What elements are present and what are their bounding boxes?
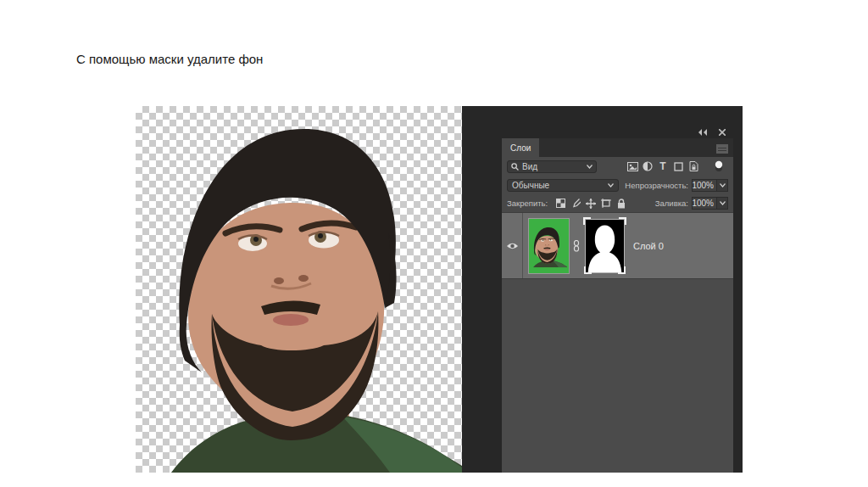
filter-pixel-layers-button[interactable]	[625, 160, 640, 173]
filter-icons-group: T	[625, 160, 728, 173]
collapse-panel-button[interactable]	[697, 128, 709, 137]
shape-icon	[674, 162, 683, 171]
filter-shape-layers-button[interactable]	[670, 160, 686, 173]
mask-link[interactable]	[570, 240, 583, 252]
filter-adjustment-layers-button[interactable]	[640, 160, 655, 173]
layers-panel: Слои Вид	[502, 126, 733, 473]
chevron-down-icon	[720, 183, 726, 188]
chevron-down-icon	[720, 201, 726, 205]
lock-label: Закрепить:	[507, 199, 548, 208]
lock-all-button[interactable]	[614, 197, 629, 210]
layer-thumbnail[interactable]	[528, 218, 570, 274]
filter-row: Вид	[502, 157, 733, 176]
fill-label: Заливка:	[655, 199, 688, 208]
checkerboard-icon	[556, 199, 565, 208]
blend-mode-select[interactable]: Обычные	[507, 179, 619, 192]
smart-object-icon	[689, 161, 698, 171]
portrait-image	[136, 106, 462, 473]
filter-toggle-switch[interactable]	[711, 160, 726, 173]
blend-row: Обычные Непрозрачность: 100%	[502, 176, 733, 194]
padlock-icon	[617, 199, 626, 209]
layer-mask-thumbnail[interactable]	[583, 217, 626, 275]
collapse-icon	[698, 129, 708, 136]
blend-mode-value: Обычные	[512, 181, 608, 190]
layers-empty-area[interactable]	[502, 279, 733, 473]
eye-icon	[506, 242, 519, 250]
lock-transparency-button[interactable]	[553, 197, 568, 210]
mask-silhouette	[586, 220, 624, 272]
filter-type-layers-button[interactable]: T	[655, 160, 670, 173]
lock-artboard-button[interactable]	[598, 197, 614, 210]
fill-dropdown-button[interactable]	[717, 197, 728, 210]
panel-topbar	[502, 126, 733, 138]
artboard-icon	[601, 199, 611, 208]
filter-smart-objects-button[interactable]	[686, 160, 701, 173]
layer-name: Слой 0	[633, 241, 664, 251]
search-icon	[511, 163, 519, 171]
panel-menu-icon[interactable]	[716, 144, 728, 154]
toggle-circle-icon	[715, 160, 723, 172]
lock-position-button[interactable]	[583, 197, 598, 210]
layers-panel-body: Вид	[502, 157, 733, 473]
lock-pixels-button[interactable]	[568, 197, 583, 210]
image-icon	[627, 162, 638, 171]
chevron-down-icon	[587, 165, 593, 169]
fill-value-field[interactable]: 100%	[692, 197, 717, 210]
filter-kind-select[interactable]: Вид	[507, 160, 597, 173]
move-icon	[586, 199, 596, 209]
opacity-value-field[interactable]: 100%	[692, 179, 717, 192]
adjustment-icon	[643, 161, 653, 171]
slide-title: С помощью маски удалите фон	[76, 52, 263, 66]
filter-kind-value: Вид	[522, 162, 583, 171]
tab-layers[interactable]: Слои	[502, 138, 539, 157]
layer-visibility-button[interactable]	[502, 213, 523, 278]
chevron-down-icon	[608, 183, 614, 188]
panel-tabbar: Слои	[502, 138, 733, 157]
lock-row: Закрепить:	[502, 194, 733, 212]
screenshot-region: Слои Вид	[136, 106, 743, 473]
close-icon	[719, 129, 726, 136]
layer-mask-frame	[585, 219, 625, 273]
opacity-dropdown-button[interactable]	[717, 179, 728, 192]
layer-row[interactable]: Слой 0	[502, 212, 733, 279]
photoshop-canvas	[136, 106, 462, 473]
brush-icon	[571, 199, 581, 208]
chain-link-icon	[573, 240, 580, 252]
close-panel-button[interactable]	[717, 128, 727, 137]
layer-thumbnail-portrait	[529, 224, 567, 268]
opacity-label: Непрозрачность:	[625, 181, 688, 190]
photoshop-chrome: Слои Вид	[462, 106, 743, 473]
